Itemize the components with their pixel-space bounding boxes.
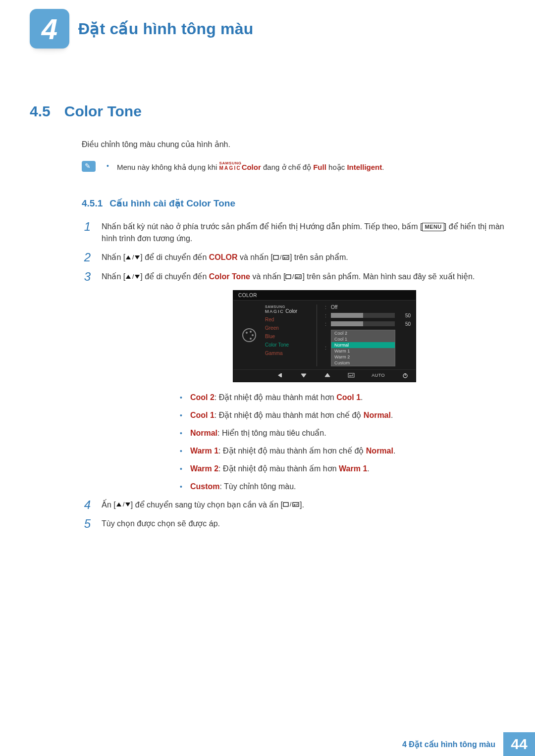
- step-text: Tùy chọn được chọn sẽ được áp.: [102, 518, 220, 530]
- svg-rect-32: [293, 503, 299, 506]
- note-icon: [82, 161, 96, 172]
- source-enter-icon: /: [283, 499, 300, 511]
- svg-rect-23: [348, 373, 354, 377]
- bullet-dot-icon: •: [180, 410, 182, 421]
- svg-marker-24: [349, 375, 350, 377]
- osd-nav-back-icon: [276, 372, 283, 378]
- svg-marker-13: [296, 276, 298, 278]
- source-enter-icon: /: [285, 271, 302, 283]
- subsection-title: Cấu hình cài đặt Color Tone: [109, 198, 235, 209]
- intro-text: Điều chỉnh tông màu chung của hình ảnh.: [82, 140, 505, 149]
- step-5: 5 Tùy chọn được chọn sẽ được áp.: [82, 518, 505, 530]
- svg-point-18: [250, 338, 252, 340]
- chapter-title: Đặt cấu hình tông màu: [78, 19, 254, 38]
- tone-normal: Normal: Hiển thị tông màu tiêu chuẩn.: [190, 428, 326, 439]
- step-number: 3: [82, 271, 91, 283]
- osd-nav-down-icon: [300, 372, 307, 378]
- bullet-dot-icon: •: [180, 428, 182, 439]
- footer-page-number: 44: [503, 732, 535, 756]
- osd-nav-power-icon: [402, 372, 409, 378]
- svg-point-16: [250, 331, 252, 333]
- svg-marker-21: [301, 374, 306, 377]
- svg-marker-7: [126, 275, 131, 279]
- tone-custom: Custom: Tùy chỉnh tông màu.: [190, 481, 296, 492]
- footer-chapter-label: 4 Đặt cấu hình tông màu: [394, 732, 503, 756]
- osd-label-red: Red: [265, 317, 312, 322]
- step-4: 4 Ấn [/] để chuyển sang tùy chọn bạn cần…: [82, 499, 505, 511]
- source-enter-icon: /: [273, 252, 290, 264]
- section-number: 4.5: [30, 103, 51, 120]
- osd-values: :Off :50 :50 : Cool 2 Cool 1 Normal Warm…: [325, 304, 411, 366]
- osd-slider-green: [331, 321, 395, 326]
- menu-button-label: MENU: [422, 223, 444, 231]
- osd-label-blue: Blue: [265, 334, 312, 339]
- svg-marker-9: [135, 275, 140, 279]
- svg-text:/: /: [292, 274, 294, 280]
- bullet-dot-icon: •: [180, 463, 182, 474]
- osd-screenshot: COLOR SAMSUNG MAGIC Color Red Green Blue…: [233, 290, 505, 382]
- osd-nav-auto: AUTO: [372, 373, 385, 378]
- section-title: Color Tone: [64, 103, 142, 120]
- svg-rect-5: [283, 255, 289, 259]
- svg-marker-29: [125, 503, 130, 506]
- svg-rect-30: [283, 503, 288, 506]
- step-number: 2: [82, 252, 91, 263]
- svg-rect-3: [273, 255, 278, 259]
- osd-labels: SAMSUNG MAGIC Color Red Green Blue Color…: [265, 304, 312, 366]
- osd-dropdown-colortone: Cool 2 Cool 1 Normal Warm 1 Warm 2 Custo…: [331, 330, 395, 366]
- up-down-arrows-icon: /: [125, 271, 140, 283]
- tone-cool2: Cool 2: Đặt nhiệt độ màu thành mát hơn C…: [190, 392, 363, 403]
- samsung-magic-logo: SAMSUNGMAGIC: [219, 161, 242, 171]
- step-number: 4: [82, 499, 91, 511]
- tone-warm1: Warm 1: Đặt nhiệt độ màu thành ấm hơn ch…: [190, 446, 395, 456]
- svg-text:/: /: [123, 502, 125, 507]
- osd-nav-enter-icon: [348, 372, 355, 378]
- svg-rect-10: [286, 275, 291, 279]
- page-footer: 4 Đặt cấu hình tông màu 44: [0, 732, 535, 756]
- svg-marker-19: [278, 373, 281, 377]
- chapter-number-badge: 4: [30, 9, 69, 49]
- step-text: Ấn [/] để chuyển sang tùy chọn bạn cần v…: [102, 499, 304, 511]
- svg-marker-33: [294, 504, 295, 506]
- svg-rect-20: [281, 373, 282, 377]
- osd-title: COLOR: [233, 291, 416, 301]
- step-number: 5: [82, 518, 91, 530]
- subsection-heading: 4.5.1 Cấu hình cài đặt Color Tone: [82, 198, 505, 209]
- osd-label-magic: SAMSUNG MAGIC Color: [265, 304, 312, 314]
- svg-text:/: /: [290, 502, 292, 507]
- note-text: Menu này không khả dụng khi SAMSUNGMAGIC…: [117, 161, 384, 173]
- tone-warm2: Warm 2: Đặt nhiệt độ màu thành ấm hơn Wa…: [190, 463, 370, 474]
- tone-cool1: Cool 1: Đặt nhiệt độ màu thành mát hơn c…: [190, 410, 393, 421]
- svg-text:/: /: [132, 254, 134, 260]
- bullet-dot-icon: •: [107, 161, 109, 171]
- bullet-dot-icon: •: [180, 392, 182, 403]
- step-3: 3 Nhấn [/] để di chuyển đến Color Tone v…: [82, 271, 505, 283]
- up-down-arrows-icon: /: [116, 499, 131, 511]
- osd-value-off: Off: [331, 304, 337, 310]
- svg-marker-0: [126, 255, 131, 259]
- step-text: Nhấn bất kỳ nút nào ở phía trước sản phẩ…: [102, 221, 505, 245]
- step-2: 2 Nhấn [/] để di chuyển đến COLOR và nhấ…: [82, 252, 505, 264]
- svg-marker-22: [325, 373, 330, 377]
- step-1: 1 Nhấn bất kỳ nút nào ở phía trước sản p…: [82, 221, 505, 245]
- svg-text:/: /: [280, 254, 282, 260]
- bullet-dot-icon: •: [180, 481, 182, 492]
- svg-point-17: [252, 334, 254, 336]
- osd-nav-up-icon: [324, 372, 331, 378]
- bullet-dot-icon: •: [180, 446, 182, 456]
- step-number: 1: [82, 221, 91, 233]
- palette-icon: [238, 304, 260, 366]
- osd-label-colortone: Color Tone: [265, 342, 312, 348]
- svg-point-15: [246, 332, 248, 334]
- step-text: Nhấn [/] để di chuyển đến COLOR và nhấn …: [102, 252, 348, 264]
- svg-marker-27: [116, 503, 121, 506]
- osd-nav-bar: AUTO: [233, 369, 416, 380]
- osd-label-green: Green: [265, 325, 312, 331]
- svg-marker-6: [283, 257, 285, 259]
- section-heading: 4.5 Color Tone: [30, 103, 505, 120]
- tone-definitions: •Cool 2: Đặt nhiệt độ màu thành mát hơn …: [180, 392, 505, 492]
- svg-marker-2: [135, 255, 140, 259]
- up-down-arrows-icon: /: [125, 252, 140, 264]
- note-row: • Menu này không khả dụng khi SAMSUNGMAG…: [82, 161, 505, 173]
- osd-slider-red: [331, 313, 395, 318]
